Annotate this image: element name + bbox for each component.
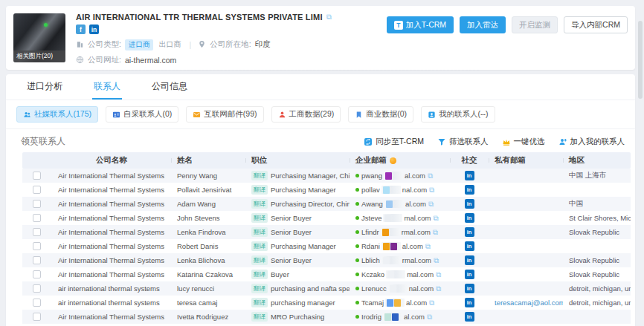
- name-cell: Lenka Blichova: [171, 256, 245, 264]
- translate-tag[interactable]: 翻译: [251, 227, 268, 237]
- linkedin-profile-icon[interactable]: in: [465, 213, 474, 223]
- linkedin-profile-icon[interactable]: in: [465, 171, 474, 180]
- related-images-label[interactable]: 相关图片(20): [13, 50, 65, 62]
- contacts-table: 公司名称姓名职位企业邮箱社交私有邮箱地区 Air International T…: [22, 152, 631, 326]
- copy-company-name-icon[interactable]: ⧉: [326, 13, 332, 21]
- translate-tag[interactable]: 翻译: [251, 185, 268, 195]
- chip-commercial-data[interactable]: 商业数据(0): [348, 106, 413, 123]
- row-checkbox[interactable]: [33, 228, 41, 236]
- row-checkbox[interactable]: [33, 284, 41, 293]
- one-click-select-action[interactable]: 一键优选: [502, 137, 545, 147]
- translate-tag[interactable]: 翻译: [251, 255, 268, 265]
- copy-email-icon[interactable]: ⧉: [433, 229, 438, 236]
- copy-email-icon[interactable]: ⧉: [427, 313, 432, 321]
- table-row: Air International Thermal SystemsRobert …: [22, 239, 631, 253]
- name-cell: Penny Wang: [171, 172, 245, 180]
- start-monitor-button[interactable]: 开启监测: [512, 16, 558, 33]
- importer-tag[interactable]: 进口商: [125, 39, 154, 50]
- translate-tag[interactable]: 翻译: [251, 298, 268, 307]
- social-cell: in: [450, 284, 489, 293]
- copy-email-icon[interactable]: ⧉: [428, 201, 434, 208]
- location-value: 印度: [255, 39, 271, 50]
- email-prefix: pollav: [361, 186, 380, 194]
- row-checkbox[interactable]: [33, 242, 41, 250]
- chip-internet-emails[interactable]: 互联网邮件(99): [186, 106, 263, 123]
- copy-email-icon[interactable]: ⧉: [425, 243, 431, 250]
- import-internal-crm-button[interactable]: 导入内部CRM: [564, 16, 628, 33]
- person-icon: [278, 111, 286, 119]
- section-title: 领英联系人: [21, 135, 65, 148]
- row-checkbox[interactable]: [33, 313, 41, 321]
- email-prefix: Kczako: [361, 270, 384, 278]
- copy-email-icon[interactable]: ⧉: [429, 186, 434, 194]
- translate-tag[interactable]: 翻译: [251, 199, 268, 209]
- linkedin-profile-icon[interactable]: in: [465, 227, 474, 237]
- company-cell: air international thermal systems: [52, 284, 171, 293]
- website-value[interactable]: ai-thermal.com: [125, 56, 176, 65]
- social-cell: in: [450, 171, 489, 180]
- row-checkbox[interactable]: [33, 214, 41, 222]
- linkedin-profile-icon[interactable]: in: [465, 199, 474, 209]
- sync-to-tcrm-action[interactable]: 同步至T-CRM: [364, 137, 424, 147]
- email-status-dot: [355, 273, 359, 276]
- mask-block: [386, 201, 393, 208]
- row-checkbox[interactable]: [33, 270, 41, 278]
- copy-email-icon[interactable]: ⧉: [436, 271, 441, 278]
- exporter-tag[interactable]: 出口商: [157, 39, 182, 50]
- copy-email-icon[interactable]: ⧉: [429, 299, 434, 307]
- row-checkbox[interactable]: [33, 299, 41, 307]
- translate-tag[interactable]: 翻译: [251, 171, 268, 180]
- social-cell: in: [450, 185, 489, 195]
- tab-import-analysis[interactable]: 进口分析: [25, 74, 64, 100]
- add-radar-button[interactable]: 加入雷达: [460, 16, 506, 33]
- masked-email-segment: [383, 214, 402, 222]
- filter-contacts-action[interactable]: 筛选联系人: [437, 137, 489, 147]
- email-quality-icon[interactable]: [390, 157, 396, 164]
- linkedin-profile-icon[interactable]: in: [465, 185, 474, 195]
- translate-tag[interactable]: 翻译: [251, 270, 268, 279]
- region-cell: 中国: [563, 199, 631, 209]
- copy-email-icon[interactable]: ⧉: [434, 257, 439, 264]
- chip-social-contacts[interactable]: 社媒联系人(175): [16, 106, 98, 123]
- linkedin-profile-icon[interactable]: in: [465, 284, 474, 293]
- sync-icon: [364, 137, 373, 146]
- linkedin-profile-icon[interactable]: in: [465, 312, 474, 322]
- region-cell: Slovak Republic: [563, 256, 631, 264]
- chip-business-registry-data[interactable]: 工商数据(29): [271, 106, 341, 123]
- row-checkbox[interactable]: [33, 200, 41, 208]
- chip-self-collected-contacts[interactable]: 自采联系人(0): [106, 106, 178, 123]
- email-status-dot: [355, 230, 359, 234]
- translate-tag[interactable]: 翻译: [251, 284, 268, 293]
- linkedin-profile-icon[interactable]: in: [465, 298, 474, 307]
- scrollbar-thumb[interactable]: [638, 21, 643, 99]
- column-label: 地区: [569, 155, 585, 166]
- translate-tag[interactable]: 翻译: [251, 312, 268, 322]
- company-photo[interactable]: 相关图片(20): [13, 13, 65, 62]
- table-row: Air International Thermal SystemsPenny W…: [22, 169, 631, 183]
- translate-tag[interactable]: 翻译: [251, 213, 268, 223]
- row-checkbox[interactable]: [33, 172, 41, 180]
- tab-contacts[interactable]: 联系人: [92, 74, 122, 100]
- add-to-my-contacts-action[interactable]: 加入我的联系人: [558, 137, 625, 147]
- copy-email-icon[interactable]: ⧉: [436, 285, 441, 293]
- linkedin-profile-icon[interactable]: in: [465, 270, 474, 279]
- linkedin-profile-icon[interactable]: in: [465, 241, 474, 251]
- copy-email-icon[interactable]: ⧉: [428, 172, 433, 180]
- copy-email-icon[interactable]: ⧉: [433, 215, 438, 222]
- company-cell: Air International Thermal Systems: [52, 313, 171, 321]
- chip-label: 我的联系人(--): [439, 109, 489, 120]
- add-tcrm-button[interactable]: T 加入T-CRM: [387, 16, 454, 33]
- tab-company-info[interactable]: 公司信息: [150, 74, 189, 100]
- row-checkbox[interactable]: [33, 186, 41, 194]
- facebook-icon[interactable]: f: [76, 25, 86, 34]
- chip-my-contacts[interactable]: 我的联系人(--): [421, 106, 495, 123]
- translate-tag[interactable]: 翻译: [251, 241, 268, 251]
- table-actions: 同步至T-CRM筛选联系人一键优选加入我的联系人: [364, 137, 625, 147]
- action-label: 筛选联系人: [449, 137, 489, 147]
- linkedin-profile-icon[interactable]: in: [465, 255, 474, 265]
- linkedin-icon[interactable]: in: [89, 25, 99, 34]
- email-suffix: al.com: [406, 299, 427, 307]
- page-scrollbar[interactable]: [638, 0, 643, 326]
- row-checkbox[interactable]: [33, 256, 41, 264]
- mask-block: [385, 172, 392, 180]
